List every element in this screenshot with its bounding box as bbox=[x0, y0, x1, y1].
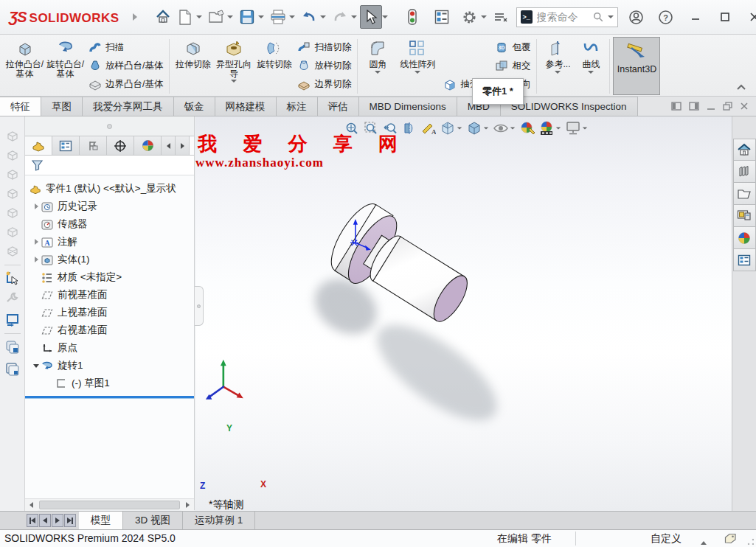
open-dropdown-caret[interactable] bbox=[227, 15, 233, 18]
tab-annotation[interactable]: 标注 bbox=[277, 97, 318, 116]
intersect-button[interactable]: 相交 bbox=[492, 57, 533, 75]
new-document-button[interactable] bbox=[174, 5, 196, 29]
tree-filter-row[interactable] bbox=[25, 156, 194, 175]
hole-wizard-caret[interactable] bbox=[231, 80, 237, 83]
search-box[interactable]: >_ bbox=[516, 7, 618, 27]
motion-study-tab[interactable]: 运动算例 1 bbox=[183, 512, 255, 529]
next-tab-button[interactable] bbox=[52, 514, 63, 527]
curves-button[interactable]: 曲线 bbox=[575, 37, 606, 93]
rollback-bar[interactable] bbox=[25, 396, 194, 398]
select-dropdown-caret[interactable] bbox=[382, 15, 388, 18]
appearances-scenes-tab[interactable] bbox=[733, 227, 756, 249]
panel-collapse-handle[interactable] bbox=[195, 286, 204, 326]
tab-mbd-dimensions[interactable]: MBD Dimensions bbox=[359, 97, 457, 116]
manager-tabs-scroll-right[interactable] bbox=[176, 136, 190, 155]
help-button[interactable]: ? bbox=[655, 5, 677, 29]
manager-tabs-scroll-left[interactable] bbox=[162, 136, 176, 155]
revolved-cut-button[interactable]: 旋转切除 bbox=[254, 37, 294, 93]
view-palette-tab[interactable] bbox=[733, 205, 756, 227]
wrap-button[interactable]: 3D 包覆 bbox=[492, 38, 533, 57]
custom-status-caret[interactable] bbox=[701, 535, 707, 547]
tree-item-right-plane[interactable]: 右视基准面 bbox=[25, 321, 194, 339]
scroll-right-button[interactable] bbox=[181, 499, 194, 511]
extruded-cut-button[interactable]: 拉伸切除 bbox=[173, 37, 213, 93]
expander-icon[interactable] bbox=[35, 203, 38, 209]
open-button[interactable] bbox=[205, 5, 227, 29]
undo-dropdown-caret[interactable] bbox=[320, 15, 326, 18]
addins-button[interactable] bbox=[490, 5, 512, 29]
propertymanager-tab[interactable] bbox=[52, 136, 80, 155]
redo-button[interactable] bbox=[329, 5, 351, 29]
part-3d-model[interactable] bbox=[195, 116, 732, 511]
options-button[interactable] bbox=[459, 5, 481, 29]
custom-status-text[interactable]: 自定义 bbox=[651, 532, 682, 546]
isometric-view-cube-icon[interactable] bbox=[4, 242, 21, 261]
doc-restore-icon[interactable] bbox=[723, 102, 732, 111]
standard-view-cube-icon-6[interactable] bbox=[4, 223, 21, 242]
new-dropdown-caret[interactable] bbox=[196, 15, 202, 18]
select-tool-button[interactable] bbox=[360, 5, 382, 29]
dimxpertmanager-tab[interactable] bbox=[107, 136, 134, 155]
new-view-icon[interactable] bbox=[4, 269, 21, 288]
reference-geometry-caret[interactable] bbox=[555, 71, 561, 74]
standard-view-cube-icon-4[interactable] bbox=[4, 184, 21, 203]
preview-window-icon[interactable] bbox=[4, 310, 21, 330]
curves-caret[interactable] bbox=[588, 71, 594, 74]
tree-item-annotations[interactable]: A 注解 bbox=[25, 233, 194, 251]
standard-view-cube-icon-1[interactable] bbox=[4, 127, 21, 146]
scrollbar-thumb[interactable] bbox=[39, 501, 180, 509]
expander-icon[interactable] bbox=[35, 239, 38, 245]
save-dropdown-caret[interactable] bbox=[258, 15, 264, 18]
design-library-tab[interactable] bbox=[733, 161, 756, 183]
display-pane-button[interactable] bbox=[431, 5, 453, 29]
expander-icon[interactable] bbox=[35, 257, 38, 262]
search-magnifier-icon[interactable] bbox=[593, 11, 603, 23]
graphics-viewport[interactable]: 我 爱 分 享 网 www.zhanshaoyi.com A bbox=[195, 116, 732, 511]
menu-flyout-arrow-icon[interactable] bbox=[133, 13, 137, 21]
window-resize-grip[interactable] bbox=[747, 538, 754, 545]
minimize-button[interactable] bbox=[684, 5, 707, 29]
search-input[interactable] bbox=[537, 11, 589, 23]
configurationmanager-tab[interactable] bbox=[80, 136, 107, 155]
3d-views-tab[interactable]: 3D 视图 bbox=[123, 512, 183, 529]
doc-close-icon[interactable] bbox=[740, 102, 749, 111]
pane-right-icon[interactable] bbox=[689, 102, 699, 111]
search-dropdown-caret[interactable] bbox=[608, 15, 614, 18]
home-button[interactable] bbox=[152, 5, 174, 29]
account-button[interactable] bbox=[625, 5, 648, 29]
tree-horizontal-scrollbar[interactable] bbox=[25, 498, 194, 510]
model-tab[interactable]: 模型 bbox=[79, 512, 123, 529]
standard-view-cube-icon-5[interactable] bbox=[4, 203, 21, 223]
linear-pattern-button[interactable]: 线性阵列 bbox=[395, 37, 440, 93]
tag-icon[interactable] bbox=[724, 533, 737, 546]
standard-view-cube-icon-3[interactable] bbox=[4, 165, 21, 184]
revolved-boss-button[interactable]: 旋转凸台/基体 bbox=[45, 37, 86, 93]
tree-item-top-plane[interactable]: 上视基准面 bbox=[25, 304, 194, 321]
fillet-button[interactable]: 圆角 bbox=[361, 37, 395, 93]
expander-icon[interactable] bbox=[33, 364, 39, 368]
displaymanager-tab[interactable] bbox=[134, 136, 162, 155]
options-dropdown-caret[interactable] bbox=[481, 15, 487, 18]
tree-item-sensors[interactable]: 传感器 bbox=[25, 215, 194, 233]
tree-item-front-plane[interactable]: 前视基准面 bbox=[25, 286, 194, 304]
sweep-button[interactable]: 扫描 bbox=[86, 38, 166, 57]
tab-mesh-modeling[interactable]: 网格建模 bbox=[215, 97, 277, 116]
featuremanager-tree-tab[interactable] bbox=[25, 136, 52, 155]
save-button[interactable] bbox=[236, 5, 258, 29]
panel-splitter-grip[interactable] bbox=[25, 116, 194, 136]
tree-item-sketch1[interactable]: (-) 草图1 bbox=[25, 374, 194, 392]
first-tab-button[interactable] bbox=[27, 514, 38, 527]
hole-wizard-button[interactable]: 异型孔向导 bbox=[213, 37, 254, 93]
undo-button[interactable] bbox=[298, 5, 320, 29]
doc-minimize-icon[interactable] bbox=[707, 102, 715, 111]
solidworks-resources-tab[interactable] bbox=[733, 139, 756, 161]
custom-properties-tab[interactable] bbox=[733, 249, 756, 271]
close-button[interactable] bbox=[743, 5, 756, 29]
boundary-boss-button[interactable]: 边界凸台/基体 bbox=[86, 75, 166, 94]
tree-root-part[interactable]: 零件1 (默认) <<默认>_显示状 bbox=[25, 180, 194, 198]
instant3d-button[interactable]: Instant3D bbox=[613, 37, 660, 95]
tab-sheet-metal[interactable]: 钣金 bbox=[174, 97, 215, 116]
capture-views-icon[interactable] bbox=[4, 338, 21, 357]
view-settings-wrench-icon[interactable] bbox=[4, 288, 21, 307]
capture-views-icon-2[interactable] bbox=[4, 360, 21, 379]
